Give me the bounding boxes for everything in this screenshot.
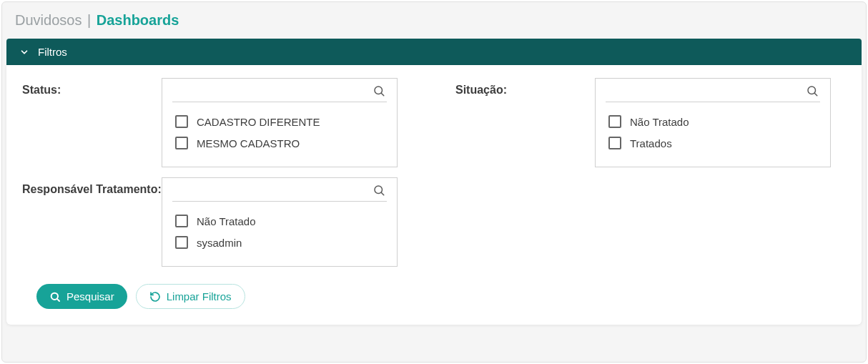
field-responsavel-option[interactable]: Não Tratado — [171, 210, 391, 232]
checkbox-icon — [175, 137, 188, 149]
svg-point-0 — [375, 87, 383, 94]
checkbox-icon — [608, 137, 621, 149]
option-label: CADASTRO DIFERENTE — [197, 116, 320, 128]
filter-row-1: Status: CADASTRO DIFERENTE MESMO — [22, 78, 846, 167]
breadcrumb-current: Dashboards — [97, 12, 179, 28]
field-status-option[interactable]: MESMO CADASTRO — [171, 132, 391, 154]
option-label: sysadmin — [197, 237, 242, 249]
svg-line-5 — [381, 192, 383, 195]
search-icon[interactable] — [373, 84, 385, 97]
svg-line-1 — [381, 93, 383, 95]
option-label: Não Tratado — [630, 116, 689, 128]
filter-actions: Pesquisar Limpar Filtros — [36, 284, 846, 309]
field-status-select: CADASTRO DIFERENTE MESMO CADASTRO — [162, 78, 398, 167]
search-icon[interactable] — [373, 184, 385, 197]
option-label: MESMO CADASTRO — [197, 137, 300, 149]
search-icon[interactable] — [806, 84, 819, 97]
field-situacao-search-input[interactable] — [607, 85, 806, 97]
field-responsavel-search-input[interactable] — [174, 185, 373, 196]
field-responsavel-option[interactable]: sysadmin — [171, 232, 391, 253]
checkbox-icon — [608, 115, 621, 128]
field-status: Status: CADASTRO DIFERENTE MESMO — [22, 78, 413, 167]
option-label: Tratados — [630, 137, 672, 149]
filters-body: Status: CADASTRO DIFERENTE MESMO — [6, 65, 862, 325]
field-situacao-option[interactable]: Tratados — [604, 132, 824, 154]
field-status-label: Status: — [22, 78, 162, 98]
search-icon — [49, 291, 61, 302]
clear-filters-button[interactable]: Limpar Filtros — [136, 284, 245, 309]
field-responsavel: Responsável Tratamento: Não Tratado — [22, 177, 423, 267]
breadcrumb-parent: Duvidosos — [15, 12, 82, 28]
checkbox-icon — [175, 236, 188, 249]
svg-line-3 — [814, 93, 817, 95]
clear-filters-button-label: Limpar Filtros — [167, 290, 232, 302]
search-button[interactable]: Pesquisar — [36, 284, 127, 309]
search-button-label: Pesquisar — [66, 290, 114, 302]
field-status-search-input[interactable] — [174, 85, 373, 97]
chevron-down-icon — [19, 47, 29, 57]
filters-header-label: Filtros — [38, 46, 67, 58]
field-status-search — [172, 82, 387, 102]
field-situacao-option[interactable]: Não Tratado — [604, 111, 824, 132]
breadcrumb-separator: | — [87, 12, 95, 28]
field-situacao-label: Situação: — [455, 78, 595, 98]
filters-header[interactable]: Filtros — [6, 39, 862, 65]
undo-icon — [149, 291, 161, 302]
svg-point-4 — [375, 186, 383, 194]
field-responsavel-select: Não Tratado sysadmin — [162, 177, 398, 267]
checkbox-icon — [175, 115, 188, 128]
field-situacao-search — [606, 82, 820, 102]
svg-line-7 — [57, 299, 59, 301]
filter-row-2: Responsável Tratamento: Não Tratado — [22, 177, 846, 267]
svg-point-2 — [808, 87, 816, 94]
field-situacao: Situação: Não Tratado Tratados — [455, 78, 846, 167]
field-responsavel-search — [172, 181, 387, 202]
breadcrumb: Duvidosos | Dashboards — [2, 2, 866, 39]
checkbox-icon — [175, 215, 188, 227]
field-situacao-select: Não Tratado Tratados — [595, 78, 831, 167]
option-label: Não Tratado — [197, 215, 256, 227]
page-card: Duvidosos | Dashboards Filtros Status: — [1, 1, 867, 363]
field-status-option[interactable]: CADASTRO DIFERENTE — [171, 111, 391, 132]
field-responsavel-label: Responsável Tratamento: — [22, 177, 162, 197]
